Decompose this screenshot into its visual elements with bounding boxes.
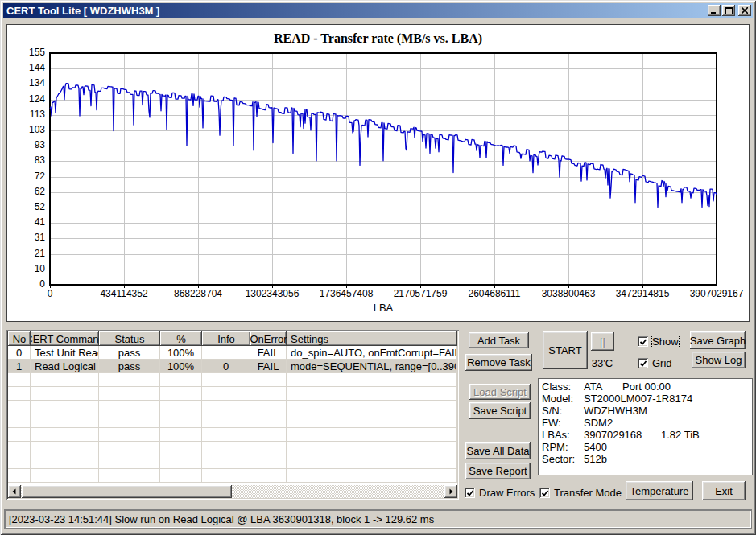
close-icon[interactable] (738, 5, 751, 16)
table-cell (287, 469, 457, 483)
table-cell (287, 401, 457, 414)
table-cell (250, 428, 287, 442)
table-cell (99, 401, 160, 414)
transfer-mode-checkbox-label: Transfer Mode (554, 487, 622, 499)
table-cell (31, 469, 99, 483)
start-button[interactable]: START (543, 331, 588, 369)
y-axis-tick-label: 72 (7, 171, 45, 182)
table-cell (202, 346, 250, 360)
chart-panel: READ - Transfer rate (MB/s vs. LBA) LBA … (6, 24, 750, 322)
draw-errors-checkbox-label: Draw Errors (479, 487, 535, 499)
drive-info-value: WDZHWH3M (584, 405, 647, 417)
column-header-status[interactable]: Status (99, 331, 160, 346)
table-cell (8, 414, 31, 428)
drive-info-value: 5400 (584, 441, 607, 453)
save-script-button[interactable]: Save Script (469, 402, 531, 419)
column-header-info[interactable]: Info (202, 331, 250, 346)
save-report-button[interactable]: Save Report (465, 463, 531, 479)
titlebar[interactable]: CERT Tool Lite [ WDZHWH3M ] (3, 3, 753, 18)
column-header-[interactable]: % (160, 331, 202, 346)
table-cell (31, 373, 99, 387)
table-cell (99, 428, 160, 442)
table-cell (8, 455, 31, 469)
drive-info-row: S/N:WDZHWH3M (542, 405, 752, 417)
y-axis-tick-label: 155 (7, 47, 45, 58)
table-cell (287, 455, 457, 469)
exit-button[interactable]: Exit (702, 481, 746, 500)
y-axis-tick-label: 134 (7, 78, 45, 88)
table-cell (202, 414, 250, 428)
table-cell (202, 442, 250, 455)
column-header-settings[interactable]: Settings (287, 331, 457, 346)
scroll-left-icon[interactable] (8, 485, 21, 498)
remove-task-button[interactable]: Remove Task (465, 354, 532, 371)
add-task-button[interactable]: Add Task (469, 332, 529, 348)
table-row[interactable]: 1Read Logicalpass100%0FAILmode=SEQUENTIA… (8, 360, 457, 373)
x-axis-tick-label: 3907029167 (690, 288, 744, 299)
table-empty-row (8, 414, 457, 428)
table-horizontal-scrollbar[interactable] (8, 485, 457, 498)
scrollbar-thumb[interactable] (22, 485, 232, 498)
table-cell (160, 401, 202, 414)
y-axis-tick-label: 113 (7, 109, 45, 120)
table-cell (8, 442, 31, 455)
drive-info-label: FW: (542, 417, 584, 429)
x-axis-tick-label: 868228704 (174, 288, 222, 299)
grid-checkbox[interactable]: Grid (638, 357, 672, 369)
table-cell (31, 414, 99, 428)
drive-info-value: 512b (584, 453, 607, 465)
temperature-button[interactable]: Temperature (626, 481, 693, 500)
column-header-cert-command[interactable]: CERT Command (31, 331, 99, 346)
table-cell (287, 387, 457, 401)
scroll-right-icon[interactable] (444, 485, 457, 498)
drive-info-row: Sector:512b (542, 453, 752, 465)
table-cell (202, 428, 250, 442)
table-cell (202, 373, 250, 387)
table-cell (8, 373, 31, 387)
table-cell (99, 373, 160, 387)
x-axis-tick-label: 2170571759 (394, 288, 448, 299)
table-row[interactable]: 0Test Unit Readypass100%FAILdo_spin=AUTO… (8, 346, 457, 360)
table-cell: Read Logical (31, 360, 99, 373)
x-axis-tick-label: 2604686111 (469, 288, 521, 299)
table-cell (31, 428, 99, 442)
status-bar: [2023-03-23 14:51:44] Slow run on Read L… (4, 509, 752, 529)
table-cell (160, 414, 202, 428)
x-axis-tick-label: 1736457408 (320, 288, 374, 299)
y-axis-tick-label: 10 (7, 264, 45, 274)
table-cell (99, 469, 160, 483)
table-cell (160, 387, 202, 401)
table-cell (287, 373, 457, 387)
pause-button: || (591, 332, 614, 351)
drive-info-row: LBAs:39070291681.82 TiB (542, 429, 752, 441)
transfer-mode-checkbox[interactable]: Transfer Mode (539, 487, 622, 499)
column-header-onerror[interactable]: OnError (250, 331, 287, 346)
drive-info-label: Model: (542, 393, 584, 405)
maximize-icon[interactable] (722, 5, 735, 16)
minimize-icon[interactable] (708, 5, 721, 16)
task-table-body: 0Test Unit Readypass100%FAILdo_spin=AUTO… (8, 346, 457, 483)
save-graph-button[interactable]: Save Graph (690, 331, 746, 349)
table-empty-row (8, 469, 457, 483)
checkbox-checked-icon (539, 488, 550, 498)
temperature-reading: 33'C (585, 357, 620, 369)
table-cell: mode=SEQUENTIAL, range=[0..3907 (287, 360, 457, 373)
show-checkbox[interactable]: Show (638, 335, 679, 348)
table-cell (202, 455, 250, 469)
table-cell (160, 373, 202, 387)
window-controls (706, 5, 753, 16)
show-log-button[interactable]: Show Log (692, 352, 746, 368)
y-axis-tick-label: 0 (7, 279, 45, 290)
draw-errors-checkbox[interactable]: Draw Errors (465, 487, 535, 499)
drive-info-label: Sector: (542, 453, 584, 465)
column-header-no[interactable]: No (8, 331, 31, 346)
table-cell (8, 469, 31, 483)
drive-info-value: ST2000LM007-1R8174 (584, 393, 692, 405)
save-all-data-button[interactable]: Save All Data (465, 442, 531, 459)
table-cell: 1 (8, 360, 31, 373)
table-cell (31, 455, 99, 469)
table-empty-row (8, 373, 457, 387)
drive-info-row: Class:ATAPort 00:00 (542, 381, 752, 393)
drive-info-extra: 1.82 TiB (661, 429, 700, 441)
table-cell (160, 428, 202, 442)
